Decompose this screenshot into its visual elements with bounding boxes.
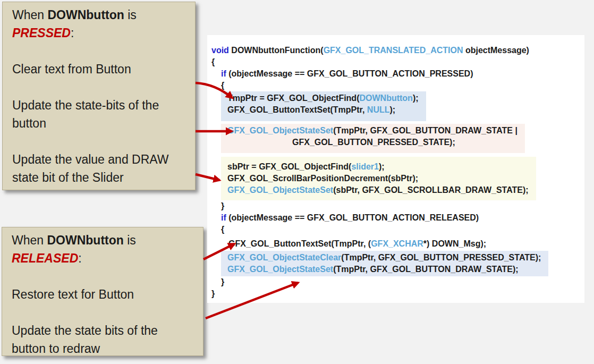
code-text: GFX_GOL_ButtonTextSet(TmpPtr, (227, 105, 367, 114)
code-identifier: GFX_XCHAR (371, 239, 423, 248)
annotation-text: When (12, 233, 47, 247)
code-identifier: GFX_GOL_TRANSLATED_ACTION (324, 46, 463, 55)
code-line: void DOWNbuttonFunction(GFX_GOL_TRANSLAT… (211, 45, 584, 56)
code-text: } (221, 277, 224, 286)
code-line: GFX_GOL_ButtonTextSet(TmpPtr, NULL); (227, 104, 419, 116)
annotation-text: Update the value and DRAW (12, 153, 168, 166)
code-line: { (221, 224, 584, 235)
code-identifier: GFX_GOL_ObjectStateSet (227, 265, 333, 274)
annotation-text-line (12, 42, 190, 60)
code-line: GFX_GOL_ObjectStateSet(sbPtr, GFX_GOL_SC… (227, 184, 529, 196)
code-text: { (221, 225, 224, 234)
annotation-text-line (12, 132, 190, 150)
code-keyword: if (221, 213, 228, 222)
annotation-text-line: state bit of the Slider (12, 168, 190, 187)
code-identifier: GFX_GOL_ObjectStateSet (227, 185, 333, 194)
code-identifier: GFX_GOL_ObjectStateClear (227, 253, 341, 262)
state-word: PRESSED (12, 26, 71, 40)
annotation-text-line (12, 267, 198, 285)
annotation-text: is (124, 8, 137, 22)
code-line: { (221, 80, 584, 91)
annotation-text-line: button (12, 114, 190, 132)
annotation-text: state bit of the Slider (12, 171, 124, 184)
code-text: (TmpPtr, GFX_GOL_BUTTON_PRESSED_STATE); (341, 253, 541, 262)
annotation-text-line: Clear text from Button (12, 60, 190, 78)
slide: { "colors": { "page_bg": "#f2f2f2", "pan… (0, 0, 594, 364)
annotation-text: Update the state-bits of the (12, 98, 159, 112)
code-text: (objectMessage == GFX_GOL_BUTTON_ACTION_… (228, 213, 479, 222)
annotation-text-line: RELEASED: (12, 249, 198, 267)
annotation-text-line: When DOWNbutton is (12, 6, 190, 24)
code-line: GFX_GOL_BUTTON_PRESSED_STATE); (292, 137, 517, 148)
code-line: GFX_GOL_ObjectStateSet(TmpPtr, GFX_GOL_B… (227, 125, 517, 137)
code-text: } (211, 289, 215, 298)
annotation-text: button to redraw (12, 342, 100, 355)
code-blank-line (211, 235, 212, 238)
code-text: DOWNbuttonFunction( (231, 46, 323, 55)
code-blank-line (211, 153, 212, 157)
code-line: GFX_GOL_ButtonTextSet(TmpPtr, (GFX_XCHAR… (228, 238, 584, 250)
annotation-text-line: When DOWNbutton is (12, 231, 198, 249)
code-highlight-block-b1: TmpPtr = GFX_GOL_ObjectFind(DOWNbutton);… (221, 91, 426, 121)
annotation-text-line: Restore text for Button (12, 285, 198, 303)
annotation-text-line: Update the state-bits of the (12, 96, 190, 114)
code-identifier: DOWNbutton (359, 94, 412, 103)
code-line: if (objectMessage == GFX_GOL_BUTTON_ACTI… (221, 212, 584, 224)
annotation-text-line: PRESSED: (12, 24, 190, 42)
code-text: ); (389, 105, 395, 114)
code-text: TmpPtr = GFX_GOL_ObjectFind( (227, 94, 359, 103)
code-text: (sbPtr, GFX_GOL_SCROLLBAR_DRAW_STATE); (333, 185, 528, 194)
code-text: objectMessage) (463, 46, 529, 55)
code-line: GFX_GOL_ObjectStateClear(TmpPtr, GFX_GOL… (227, 252, 541, 264)
code-identifier: slider1 (351, 162, 379, 171)
annotation-text: Clear text from Button (12, 62, 131, 76)
code-line: GFX_GOL_ObjectStateSet(TmpPtr, GFX_GOL_B… (227, 264, 541, 275)
code-line: TmpPtr = GFX_GOL_ObjectFind(DOWNbutton); (227, 92, 419, 104)
code-line: } (221, 276, 584, 288)
annotation-text-line: Update the state bits of the (12, 321, 198, 340)
annotation-text: When (12, 8, 47, 22)
code-keyword: void (211, 46, 231, 55)
code-text: ); (413, 94, 419, 103)
annotation-box-released: When DOWNbutton isRELEASED: Restore text… (2, 227, 203, 356)
code-highlight-block-b2: GFX_GOL_ObjectStateSet(TmpPtr, GFX_GOL_B… (221, 124, 525, 153)
annotation-text-line: Update the value and DRAW (12, 150, 190, 168)
annotation-text: : (78, 251, 81, 265)
code-text: ); (379, 162, 385, 171)
code-line: if (objectMessage == GFX_GOL_BUTTON_ACTI… (221, 68, 584, 80)
code-line: { (211, 56, 584, 68)
annotation-text: Update the state bits of the (12, 324, 158, 337)
code-identifier: GFX_GOL_ObjectStateSet (227, 126, 333, 135)
annotation-text: DOWNbutton (47, 8, 124, 22)
code-text: sbPtr = GFX_GOL_ObjectFind( (227, 162, 351, 171)
annotation-text-line (12, 303, 198, 321)
code-text: GFX_GOL_BUTTON_PRESSED_STATE); (292, 138, 455, 147)
code-line: } (221, 200, 584, 212)
annotation-text: Restore text for Button (12, 287, 134, 301)
annotation-box-pressed: When DOWNbutton isPRESSED: Clear text fr… (2, 2, 196, 190)
code-blank-line (211, 121, 212, 124)
code-text: (TmpPtr, GFX_GOL_BUTTON_DRAW_STATE | (333, 126, 517, 135)
code-text: GFX_GOL_ButtonTextSet(TmpPtr, ( (228, 239, 371, 248)
code-line: sbPtr = GFX_GOL_ObjectFind(slider1); (227, 161, 529, 173)
annotation-text-line: button to redraw (12, 340, 198, 358)
annotation-text-line (12, 78, 190, 96)
code-keyword: if (221, 69, 228, 78)
code-panel: void DOWNbuttonFunction(GFX_GOL_TRANSLAT… (207, 35, 584, 303)
code-identifier: NULL (367, 105, 390, 114)
code-text: { (221, 81, 224, 90)
code-text: *) DOWN_Msg); (423, 239, 486, 248)
code-line: } (211, 288, 584, 300)
code-text: GFX_GOL_ScrollBarPositionDecrement(sbPtr… (227, 174, 418, 183)
code-text: (TmpPtr, GFX_GOL_BUTTON_DRAW_STATE); (333, 265, 518, 274)
code-line: GFX_GOL_ScrollBarPositionDecrement(sbPtr… (227, 173, 529, 184)
annotation-text: : (71, 26, 74, 40)
code-highlight-block-b4: GFX_GOL_ObjectStateClear(TmpPtr, GFX_GOL… (221, 251, 548, 276)
annotation-text: button (12, 116, 46, 130)
annotation-text: DOWNbutton (47, 233, 123, 247)
state-word: RELEASED (12, 251, 78, 265)
annotation-text: is (124, 233, 136, 247)
code-highlight-block-b3: sbPtr = GFX_GOL_ObjectFind(slider1);GFX_… (221, 157, 536, 200)
code-text: (objectMessage == GFX_GOL_BUTTON_ACTION_… (228, 69, 473, 78)
code-text: } (221, 201, 224, 210)
